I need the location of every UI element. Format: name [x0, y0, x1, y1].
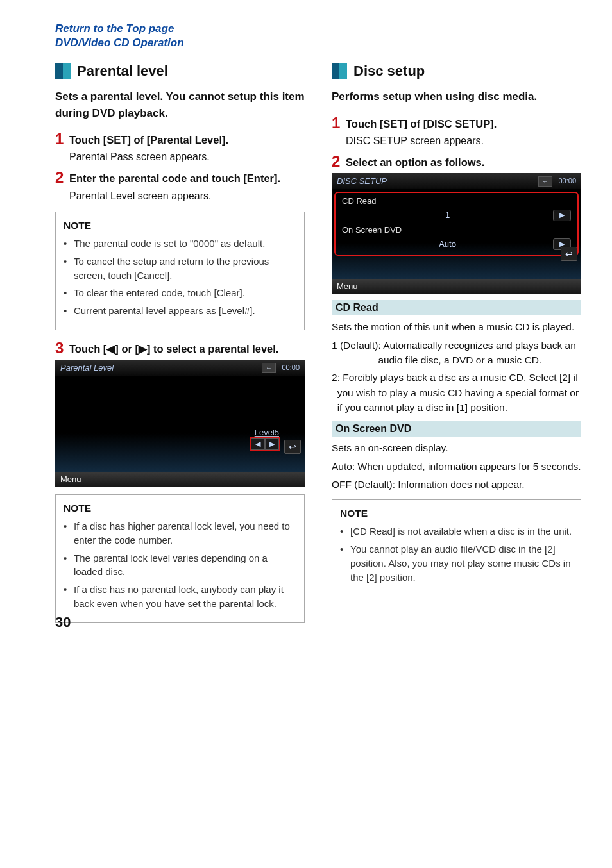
option-value: : Forcibly plays back a disc as a music …	[337, 370, 581, 415]
step-number: 2	[55, 170, 69, 185]
note-title: NOTE	[64, 501, 296, 515]
note-item: The parental code is set to "0000" as de…	[64, 237, 296, 251]
cd-read-value: 1	[342, 210, 553, 220]
return-icon[interactable]: ↩	[561, 247, 577, 261]
note-item: [CD Read] is not available when a disc i…	[340, 524, 573, 538]
cd-read-next-button[interactable]: ▶	[553, 210, 571, 221]
note-box-2: NOTE If a disc has higher parental lock …	[55, 494, 305, 623]
cd-read-options: 1 (Default) : Automatically recognizes a…	[332, 338, 581, 415]
osd-options: Auto : When updated, information appears…	[332, 459, 581, 492]
note-box-3: NOTE [CD Read] is not available when a d…	[332, 499, 581, 596]
parental-level-screenshot: Parental Level ← 00:00 Level5 ◀ ▶ ↩	[55, 360, 305, 487]
option-key: 1 (Default)	[332, 338, 378, 368]
osd-subheading: On Screen DVD	[332, 421, 581, 437]
level-value: Level5	[255, 428, 279, 437]
menu-button[interactable]: Menu	[332, 279, 581, 294]
step-title: Enter the parental code and touch [Enter…	[69, 171, 305, 185]
note-box-1: NOTE The parental code is set to "0000" …	[55, 212, 305, 330]
step-desc: Parental Level screen appears.	[69, 188, 305, 204]
cd-read-row: CD Read	[338, 194, 575, 208]
return-top-link[interactable]: Return to the Top page	[55, 22, 581, 36]
step-title: Touch [SET] of [DISC SETUP].	[346, 117, 581, 131]
level-right-button[interactable]: ▶	[265, 438, 279, 450]
step-1: 1 Touch [SET] of [Parental Level]. Paren…	[55, 133, 305, 165]
heading-text: Disc setup	[353, 63, 425, 79]
parental-level-heading: Parental level	[55, 63, 305, 79]
left-column: Parental level Sets a parental level. Yo…	[55, 59, 305, 634]
note-item: To cancel the setup and return to the pr…	[64, 255, 296, 283]
cd-read-desc: Sets the motion of this unit when a musi…	[332, 319, 581, 334]
on-screen-dvd-label: On Screen DVD	[342, 225, 402, 235]
section-link[interactable]: DVD/Video CD Operation	[55, 36, 581, 50]
cd-read-label: CD Read	[342, 196, 376, 206]
osd-desc: Sets an on-screen display.	[332, 440, 581, 455]
note-title: NOTE	[64, 219, 296, 233]
return-icon[interactable]: ↩	[284, 440, 301, 454]
disc-setup-heading: Disc setup	[332, 63, 581, 79]
screenshot-title: DISC SETUP	[337, 176, 387, 186]
note-item: The parental lock level varies depending…	[64, 551, 296, 580]
note-item: You cannot play an audio file/VCD disc i…	[340, 542, 573, 584]
cd-read-subheading: CD Read	[332, 300, 581, 315]
option-key: 2	[332, 370, 337, 415]
option-value: : When updated, information appears for …	[352, 459, 581, 474]
parental-intro: Sets a parental level. You cannot setup …	[55, 88, 305, 121]
step-number: 2	[332, 154, 346, 169]
step-number: 1	[332, 115, 346, 131]
menu-button[interactable]: Menu	[55, 472, 305, 487]
note-title: NOTE	[340, 506, 573, 521]
step-title: Select an option as follows.	[346, 155, 581, 169]
heading-text: Parental level	[77, 63, 168, 79]
step-title: Touch [◀] or [▶] to select a parental le…	[69, 342, 305, 356]
step-2: 2 Select an option as follows.	[332, 155, 581, 169]
step-number: 1	[55, 131, 69, 147]
on-screen-dvd-value: Auto	[342, 239, 553, 249]
screenshot-title: Parental Level	[60, 363, 114, 372]
highlighted-options: CD Read 1 ▶ On Screen DVD Auto	[336, 193, 577, 255]
step-2: 2 Enter the parental code and touch [Ent…	[55, 171, 305, 203]
step-desc: DISC SETUP screen appears.	[346, 133, 581, 149]
note-item: To clear the entered code, touch [Clear]…	[64, 286, 296, 300]
step-3: 3 Touch [◀] or [▶] to select a parental …	[55, 342, 305, 356]
page-number: 30	[55, 614, 71, 631]
note-item: If a disc has higher parental lock level…	[64, 519, 296, 547]
step-number: 3	[55, 340, 69, 356]
note-item: Current parental level appears as [Level…	[64, 304, 296, 318]
screenshot-time: 00:00	[282, 363, 300, 371]
right-column: Disc setup Performs setup when using dis…	[332, 59, 581, 634]
on-screen-dvd-row: On Screen DVD	[338, 223, 575, 237]
top-links: Return to the Top page DVD/Video CD Oper…	[55, 22, 581, 50]
option-key: Auto	[332, 459, 352, 474]
option-key: OFF (Default)	[332, 477, 393, 492]
disc-setup-screenshot: DISC SETUP ← 00:00 CD Read 1	[332, 173, 581, 294]
heading-accent	[55, 63, 71, 79]
option-value: : Automatically recognizes and plays bac…	[378, 338, 581, 368]
step-1: 1 Touch [SET] of [DISC SETUP]. DISC SETU…	[332, 117, 581, 149]
step-desc: Parental Pass screen appears.	[69, 149, 305, 165]
disc-intro: Performs setup when using disc media.	[332, 88, 581, 105]
level-arrow-controls: ◀ ▶	[251, 438, 279, 450]
back-arrow-icon[interactable]: ←	[538, 176, 552, 187]
step-title: Touch [SET] of [Parental Level].	[69, 133, 305, 147]
heading-accent	[332, 63, 347, 79]
note-item: If a disc has no parental lock, anybody …	[64, 583, 296, 611]
screenshot-time: 00:00	[558, 177, 576, 185]
level-left-button[interactable]: ◀	[251, 438, 265, 450]
back-arrow-icon[interactable]: ←	[262, 363, 276, 373]
option-value: : Information does not appear.	[393, 477, 525, 492]
